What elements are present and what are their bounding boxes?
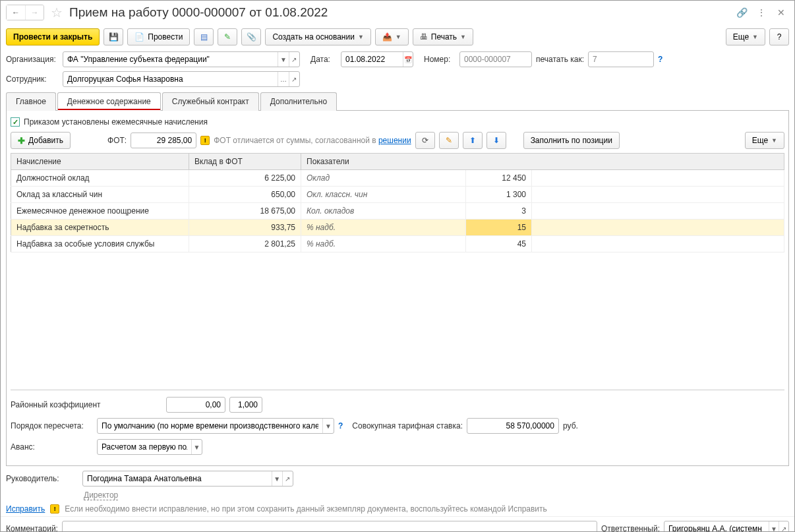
district-coef2-input[interactable] (230, 398, 262, 412)
cell-spacer (532, 170, 784, 187)
table-row[interactable]: Надбавка за секретность933,75% надб.15 (11, 220, 784, 236)
recalc-help-icon[interactable]: ? (338, 421, 343, 430)
number-field[interactable] (459, 51, 532, 67)
table-row[interactable]: Ежемесячное денежное поощрение18 675,00К… (11, 203, 784, 220)
org-open-icon[interactable]: ↗ (289, 52, 299, 67)
col-contrib[interactable]: Вклад в ФОТ (189, 154, 301, 170)
date-field[interactable]: 📅 (341, 51, 413, 67)
employee-field[interactable]: … ↗ (63, 71, 300, 87)
fot-input[interactable] (131, 133, 196, 148)
refresh-button[interactable]: ⟳ (415, 132, 435, 149)
table-more-button[interactable]: Еще▼ (745, 132, 784, 149)
footer: Комментарий: Ответственный: ▼ ↗ (1, 516, 794, 532)
rate-input[interactable] (467, 419, 558, 433)
manager-field[interactable]: ▼ ↗ (82, 471, 293, 487)
employee-open-icon[interactable]: ↗ (289, 72, 299, 86)
post-button[interactable]: 📄Провести (127, 28, 190, 45)
employee-label: Сотрудник: (6, 74, 59, 84)
org-dropdown-icon[interactable]: ▼ (278, 52, 288, 67)
district-coef1-field[interactable] (166, 397, 225, 413)
attachment-button[interactable]: 📎 (241, 28, 261, 45)
manager-input[interactable] (83, 471, 272, 486)
cell-ind-value: 15 (466, 220, 532, 236)
fill-by-position-button[interactable]: Заполнить по позиции (523, 132, 620, 149)
monthly-accruals-checkbox[interactable]: ✓ (11, 117, 20, 127)
move-up-button[interactable]: ⬆ (463, 132, 483, 149)
create-based-button[interactable]: Создать на основании▼ (265, 28, 370, 45)
cell-contrib: 2 801,25 (189, 236, 301, 252)
responsible-field[interactable]: ▼ ↗ (664, 521, 789, 532)
advance-dropdown-icon[interactable]: ▼ (191, 440, 202, 454)
comment-label: Комментарий: (6, 524, 58, 532)
more-button[interactable]: Еще▼ (726, 28, 765, 45)
responsible-label: Ответственный: (601, 524, 660, 532)
date-input[interactable] (341, 52, 403, 67)
table-row[interactable]: Надбавка за особые условия службы2 801,2… (11, 236, 784, 252)
rate-field[interactable] (467, 418, 559, 434)
advance-input[interactable] (98, 440, 191, 454)
fot-warning-text: ФОТ отличается от суммы, согласованной в… (214, 136, 411, 145)
tab-extra[interactable]: Дополнительно (260, 92, 337, 111)
print-as-field[interactable] (588, 51, 654, 67)
help-button[interactable]: ? (769, 28, 789, 45)
link-icon[interactable]: 🔗 (734, 5, 750, 20)
edit-pencil-button[interactable]: ✎ (439, 132, 459, 149)
page-title: Прием на работу 0000-000007 от 01.08.202… (69, 5, 730, 20)
table-row[interactable]: Должностной оклад6 225,00Оклад12 450 (11, 170, 784, 187)
recalc-input[interactable] (98, 419, 322, 433)
col-indicators[interactable]: Показатели (301, 154, 784, 170)
export-button[interactable]: 📤▼ (375, 28, 409, 45)
cell-ind-value: 45 (466, 236, 532, 252)
calendar-icon[interactable]: 📅 (403, 52, 413, 67)
cell-ind-label: % надб. (301, 236, 466, 252)
org-field[interactable]: ▼ ↗ (63, 51, 300, 67)
org-input[interactable] (63, 52, 278, 67)
tab-main[interactable]: Главное (6, 92, 56, 111)
comment-field[interactable] (62, 521, 597, 532)
correct-link[interactable]: Исправить (6, 504, 45, 514)
responsible-dropdown-icon[interactable]: ▼ (769, 521, 779, 532)
district-coef1-input[interactable] (167, 398, 225, 412)
forward-button[interactable]: → (25, 5, 44, 20)
save-button[interactable]: 💾 (103, 28, 123, 45)
cell-name: Должностной оклад (11, 170, 189, 187)
back-button[interactable]: ← (7, 5, 25, 20)
pencil-button[interactable]: ✎ (218, 28, 237, 45)
move-down-button[interactable]: ⬇ (486, 132, 506, 149)
warning-icon: ! (200, 136, 210, 145)
advance-field[interactable]: ▼ (97, 439, 202, 455)
employee-input[interactable] (63, 72, 278, 86)
responsible-open-icon[interactable]: ↗ (779, 521, 788, 532)
manager-label: Руководитель: (6, 474, 78, 483)
favorite-star-icon[interactable]: ☆ (51, 5, 63, 20)
manager-position-link[interactable]: Директор (84, 490, 118, 500)
tab-contract[interactable]: Служебный контракт (162, 92, 259, 111)
recalc-dropdown-icon[interactable]: ▼ (322, 419, 334, 433)
main-toolbar: Провести и закрыть 💾 📄Провести ▤ ✎ 📎 Соз… (1, 24, 794, 49)
date-label: Дата: (310, 55, 337, 64)
kebab-icon[interactable]: ⋮ (753, 5, 769, 20)
cell-ind-value: 1 300 (466, 187, 532, 203)
print-button[interactable]: 🖶Печать▼ (413, 28, 473, 45)
manager-open-icon[interactable]: ↗ (282, 471, 293, 486)
employee-select-icon[interactable]: … (278, 72, 288, 86)
add-button[interactable]: ✚Добавить (11, 132, 71, 149)
recalc-field[interactable]: ▼ (97, 418, 334, 434)
tab-salary[interactable]: Денежное содержание (57, 92, 161, 111)
table-row[interactable]: Оклад за классный чин650,00Окл. классн. … (11, 187, 784, 203)
fot-field[interactable] (131, 133, 196, 148)
post-and-close-button[interactable]: Провести и закрыть (6, 28, 100, 45)
cell-ind-label: Кол. окладов (301, 203, 466, 220)
col-accrual[interactable]: Начисление (11, 154, 189, 170)
cell-contrib: 18 675,00 (189, 203, 301, 220)
decision-link[interactable]: решении (378, 136, 411, 145)
comment-input[interactable] (63, 521, 597, 532)
number-input[interactable] (460, 52, 531, 67)
help-qmark-icon[interactable]: ? (658, 55, 662, 64)
close-icon[interactable]: ✕ (773, 5, 789, 20)
print-as-input[interactable] (589, 52, 653, 67)
district-coef2-field[interactable] (229, 397, 262, 413)
responsible-input[interactable] (664, 521, 769, 532)
doc-button[interactable]: ▤ (194, 28, 214, 45)
manager-dropdown-icon[interactable]: ▼ (272, 471, 282, 486)
